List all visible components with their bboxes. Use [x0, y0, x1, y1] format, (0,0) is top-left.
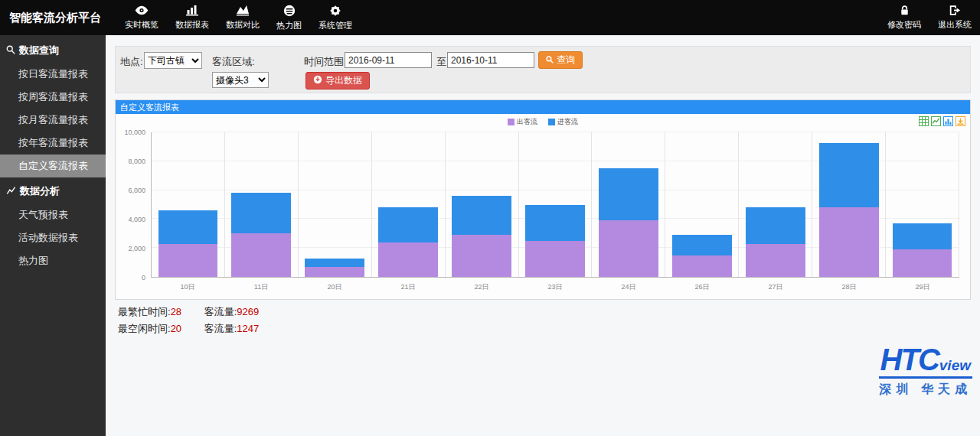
bar-segment [158, 210, 218, 243]
bar-segment [378, 242, 438, 277]
nav-data-compare[interactable]: 数据对比 [217, 0, 268, 35]
bar-segment [599, 168, 658, 220]
bar-segment [893, 223, 952, 249]
time-range-label: 时间范围 [304, 55, 344, 69]
x-axis: 10日11日20日21日22日23日24日26日27日28日29日 [151, 279, 959, 291]
y-tick-label: 4,000 [128, 216, 145, 223]
download-circle-icon [313, 75, 322, 86]
heatmap-icon [283, 5, 296, 20]
bar-segment [231, 233, 291, 277]
y-tick-label: 10,000 [124, 129, 145, 136]
sidebar-item-weather-report[interactable]: 天气预报表 [0, 203, 106, 226]
bar-segment [525, 241, 585, 277]
plot [151, 132, 959, 278]
busiest-stat-line: 最繁忙时间:28 客流量:9269 [118, 305, 971, 319]
chart-plot-area: 02,0004,0006,0008,00010,000 10日11日20日21日… [122, 132, 959, 291]
stacked-bar[interactable] [452, 132, 511, 277]
stacked-bar[interactable] [158, 132, 218, 277]
stacked-bar[interactable] [525, 132, 585, 277]
gear-icon [329, 5, 341, 20]
bar-segment [305, 259, 364, 266]
nav-change-password[interactable]: 修改密码 [879, 0, 929, 35]
sidebar-section-data-analysis: 数据分析 [0, 177, 106, 203]
chart-slot [592, 132, 665, 277]
stacked-bar[interactable] [305, 132, 364, 277]
x-tick-label: 22日 [445, 279, 518, 291]
stacked-bar[interactable] [672, 132, 732, 277]
bar-segment [231, 193, 291, 233]
nav-data-reports[interactable]: 数据报表 [167, 0, 217, 35]
chart-slot [225, 132, 299, 277]
end-date-input[interactable] [447, 52, 534, 68]
line-chart-view-icon[interactable] [931, 116, 941, 126]
chart-slot [372, 132, 446, 277]
sidebar-item-daily-report[interactable]: 按日客流量报表 [0, 63, 106, 86]
sidebar-item-monthly-report[interactable]: 按月客流量报表 [0, 109, 106, 132]
sidebar-section-data-query: 数据查询 [0, 37, 106, 63]
legend-item[interactable]: 出客流 [508, 117, 537, 127]
legend-label: 出客流 [517, 117, 537, 127]
bar-segment [305, 267, 364, 277]
nav-realtime-overview[interactable]: 实时概览 [116, 0, 167, 35]
nav-label: 数据对比 [226, 19, 260, 31]
stacked-bar[interactable] [378, 132, 438, 277]
sidebar-item-weekly-report[interactable]: 按周客流量报表 [0, 86, 106, 109]
idle-stat-line: 最空闲时间:20 客流量:1247 [118, 322, 971, 336]
bar-segment [746, 244, 805, 277]
nav-system-admin[interactable]: 系统管理 [310, 0, 361, 35]
bar-chart-view-icon[interactable] [943, 116, 953, 126]
idle-time-value: 20 [171, 323, 181, 334]
legend-swatch [548, 119, 555, 125]
stacked-bar[interactable] [231, 132, 291, 277]
location-select[interactable]: 下司古镇 [144, 52, 202, 69]
sidebar: 数据查询 按日客流量报表 按周客流量报表 按月客流量报表 按年客流量报表 自定义… [0, 35, 106, 436]
bar-segment [672, 255, 732, 277]
line-chart-icon [6, 186, 16, 197]
lock-icon [899, 5, 910, 19]
nav-label: 数据报表 [175, 19, 209, 31]
nav-label: 实时概览 [125, 19, 158, 31]
export-data-button[interactable]: 导出数据 [305, 72, 370, 89]
bar-segment [746, 207, 805, 243]
x-tick-label: 11日 [224, 279, 298, 291]
busiest-time-value: 28 [171, 306, 181, 317]
bar-segment [893, 249, 952, 277]
area-label: 客流区域: [212, 55, 255, 69]
export-image-icon[interactable] [956, 116, 965, 126]
bar-segment [525, 205, 585, 241]
x-tick-label: 10日 [151, 279, 224, 291]
nav-heatmap[interactable]: 热力图 [268, 0, 310, 35]
x-tick-label: 29日 [886, 279, 959, 291]
legend-item[interactable]: 进客流 [548, 117, 578, 127]
chart: 出客流进客流 02,0004,0006,0 [116, 114, 970, 299]
logo-wordmark: HTCview [879, 344, 972, 379]
stacked-bar[interactable] [599, 132, 658, 277]
x-tick-label: 21日 [371, 279, 445, 291]
filter-bar: 地点: 下司古镇 客流区域: 摄像头3 时间范围 至 查询 [115, 46, 971, 93]
stacked-bar[interactable] [746, 132, 805, 277]
query-button[interactable]: 查询 [538, 51, 583, 69]
bar-segment [599, 220, 658, 277]
app-title: 智能客流分析平台 [0, 11, 116, 25]
start-date-input[interactable] [345, 52, 432, 68]
busiest-flow-value: 9269 [237, 306, 259, 317]
table-view-icon[interactable] [919, 116, 929, 126]
sidebar-item-activity-report[interactable]: 活动数据报表 [0, 226, 106, 249]
sidebar-item-heatmap[interactable]: 热力图 [0, 249, 106, 272]
sidebar-item-yearly-report[interactable]: 按年客流量报表 [0, 132, 106, 155]
bar-segment [819, 207, 879, 277]
stacked-bar[interactable] [819, 132, 879, 277]
stacked-bar[interactable] [893, 132, 952, 277]
main-content: 地点: 下司古镇 客流区域: 摄像头3 时间范围 至 查询 [106, 35, 980, 436]
nav-label: 退出系统 [938, 19, 972, 31]
bar-segment [452, 235, 511, 277]
top-right-navigation: 修改密码 退出系统 [879, 0, 980, 35]
sidebar-item-custom-report[interactable]: 自定义客流报表 [0, 155, 106, 177]
y-tick-label: 0 [142, 274, 145, 281]
x-tick-label: 26日 [665, 279, 739, 291]
search-icon [546, 55, 554, 66]
nav-logout[interactable]: 退出系统 [929, 0, 980, 35]
chart-slot [152, 132, 225, 277]
camera-select[interactable]: 摄像头3 [212, 72, 269, 88]
to-label: 至 [436, 55, 446, 69]
